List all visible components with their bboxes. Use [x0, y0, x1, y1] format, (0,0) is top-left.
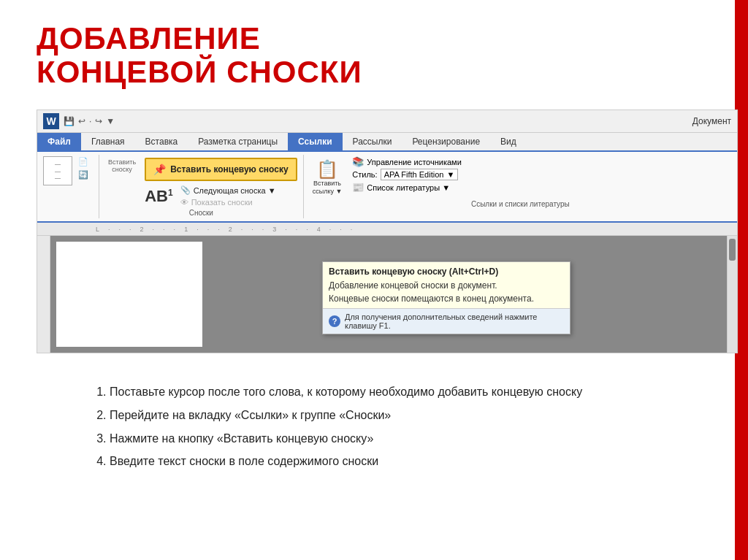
help-text: Для получения дополнительных сведений на… [345, 312, 564, 330]
style-dropdown-icon: ▼ [446, 170, 454, 179]
doc-title: Документ [692, 116, 731, 126]
add-text-btn[interactable]: 📄 [77, 156, 93, 167]
insert-citation-btn[interactable]: 📋 Вставитьссылку ▼ [310, 156, 346, 199]
snoski-group-title: Сноски [105, 209, 297, 217]
tooltip-box: Вставить концевую сноску (Alt+Ctrl+D) До… [322, 261, 570, 334]
ribbon-group-snoски: Вставитьсноску 📌 Вставить концевую сноск… [99, 155, 304, 218]
instructions-list: Поставьте курсор после того слова, к кот… [37, 375, 711, 489]
tab-home[interactable]: Главная [81, 133, 135, 150]
left-ruler [37, 236, 50, 353]
ribbon-tabs: Файл Главная Вставка Разметка страницы С… [37, 133, 737, 152]
ssylki-group-title: Ссылки и списки литературы [310, 200, 731, 208]
update-icon: 🔄 [78, 170, 88, 180]
show-footnotes-btn[interactable]: 👁 Показать сноски [179, 197, 278, 207]
ribbon-group-ssylki: 📋 Вставитьссылку ▼ 📚 Управление источник… [304, 155, 737, 218]
tab-layout[interactable]: Разметка страницы [188, 133, 288, 150]
next-fn-icon: 📎 [180, 185, 191, 195]
style-dropdown[interactable]: APA Fifth Edition ▼ [381, 169, 459, 180]
quick-access-toolbar: 💾 ↩ · ↪ ▼ [64, 116, 115, 126]
screenshot-container: W 💾 ↩ · ↪ ▼ Документ Файл Главная Вставк… [37, 110, 738, 353]
ribbon-group-ogl: ——— 📄 🔄 [37, 155, 99, 218]
redo-icon[interactable]: ↪ [95, 116, 102, 126]
tab-refs[interactable]: Ссылки [288, 133, 342, 150]
bibliography-btn[interactable]: 📰 Список литературы ▼ [352, 182, 461, 193]
doc-area: Вставить концевую сноску (Alt+Ctrl+D) До… [37, 236, 737, 353]
insert-footnote-btn[interactable]: Вставитьсноску [105, 156, 139, 177]
list-item: Введите текст сноски в поле содержимого … [110, 452, 675, 471]
refs-group-items: 📚 Управление источниками Стиль: APA Fift… [352, 156, 461, 193]
update-table-btn[interactable]: 🔄 [77, 169, 93, 180]
doc-page [56, 242, 202, 347]
undo-icon[interactable]: ↩ [78, 116, 85, 126]
ruler: L ···2·· ·1···2 ···3·· ·4··· [37, 223, 737, 236]
manage-icon: 📚 [352, 156, 364, 167]
manage-sources-btn[interactable]: 📚 Управление источниками [352, 156, 461, 167]
scrollbar-thumb [729, 239, 736, 261]
word-logo-icon: W [43, 113, 59, 129]
customize-icon[interactable]: ▼ [106, 116, 115, 126]
ordered-list: Поставьте курсор после того слова, к кот… [95, 383, 675, 470]
tab-mail[interactable]: Рассылки [343, 133, 402, 150]
tooltip-help: ? Для получения дополнительных сведений … [323, 308, 570, 334]
ribbon-content: ——— 📄 🔄 [37, 152, 737, 223]
tooltip-title: Вставить концевую сноску (Alt+Ctrl+D) [323, 262, 570, 279]
scrollbar-vertical[interactable] [727, 236, 737, 353]
word-title-bar: W 💾 ↩ · ↪ ▼ Документ [37, 110, 737, 133]
style-value: APA Fifth Edition [384, 170, 444, 179]
bib-icon: 📰 [352, 182, 364, 193]
insert-endnote-btn[interactable]: 📌 Вставить концевую сноску [145, 158, 297, 181]
style-label: Стиль: [352, 170, 377, 179]
tab-insert[interactable]: Вставка [135, 133, 188, 150]
separator: · [89, 116, 91, 126]
tooltip-desc1: Добавление концевой сноски в документ. [323, 279, 570, 292]
next-footnote-btn[interactable]: 📎 Следующая сноска ▼ [179, 185, 278, 196]
list-item: Перейдите на вкладку «Ссылки» к группе «… [110, 406, 675, 425]
snoski-sub-items: 📎 Следующая сноска ▼ 👁 Показать сноски [179, 185, 278, 207]
tab-file[interactable]: Файл [37, 133, 81, 150]
save-icon[interactable]: 💾 [64, 116, 75, 126]
tab-view[interactable]: Вид [490, 133, 527, 150]
list-item: Нажмите на кнопку «Вставить концевую сно… [110, 429, 675, 448]
citation-icon: 📋 [316, 159, 338, 180]
page-title: ДОБАВЛЕНИЕ КОНЦЕВОЙ СНОСКИ [37, 22, 711, 89]
endnote-icon: 📌 [153, 164, 166, 175]
tab-review[interactable]: Рецензирование [402, 133, 490, 150]
help-icon: ? [329, 315, 340, 327]
ogl-icon: ——— [43, 156, 72, 185]
show-fn-icon: 👁 [180, 198, 188, 207]
ab1-label: AB1 [145, 187, 172, 206]
tooltip-desc2: Концевые сноски помещаются в конец докум… [323, 292, 570, 308]
add-text-icon: 📄 [78, 157, 88, 166]
list-item: Поставьте курсор после того слова, к кот… [110, 383, 675, 402]
style-selector-row: Стиль: APA Fifth Edition ▼ [352, 169, 461, 180]
